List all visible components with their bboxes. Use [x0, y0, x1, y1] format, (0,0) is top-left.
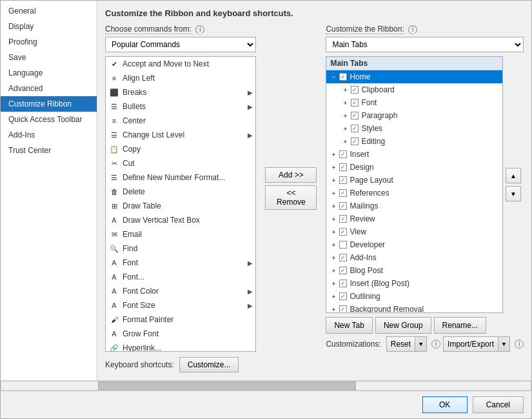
sidebar-item-trust-center[interactable]: Trust Center [1, 143, 97, 158]
sidebar-item-general[interactable]: General [1, 3, 97, 19]
checkbox-insert-blog[interactable] [339, 280, 347, 287]
list-item[interactable]: ☰ Define New Number Format... [106, 170, 255, 185]
sidebar-item-advanced[interactable]: Advanced [1, 81, 97, 96]
checkbox-editing[interactable] [351, 138, 359, 145]
expand-view-icon: + [329, 227, 338, 236]
checkbox-page-layout[interactable] [339, 176, 347, 184]
sidebar-item-quick-access[interactable]: Quick Access Toolbar [1, 112, 97, 127]
ok-button[interactable]: OK [422, 396, 468, 413]
commands-dropdown[interactable]: Popular Commands [105, 37, 256, 52]
checkbox-view[interactable] [339, 228, 347, 236]
new-group-button[interactable]: New Group [375, 317, 431, 334]
customize-ribbon-label: Customize the Ribbon: i [326, 25, 524, 34]
checkbox-review[interactable] [339, 215, 347, 223]
checkbox-developer[interactable] [339, 241, 347, 249]
tree-item-references[interactable]: + References [326, 187, 502, 199]
tree-item-blog-post[interactable]: + Blog Post [326, 264, 502, 277]
list-item[interactable]: A Draw Vertical Text Box [106, 213, 255, 227]
move-up-button[interactable]: ▲ [506, 168, 521, 183]
tree-item-font[interactable]: + Font [326, 96, 502, 109]
tree-item-review[interactable]: + Review [326, 212, 502, 225]
add-button[interactable]: Add >> [265, 167, 317, 183]
checkbox-paragraph[interactable] [351, 112, 359, 119]
list-item[interactable]: A Font ▶ [106, 256, 255, 270]
list-item[interactable]: ☰ Bullets ▶ [106, 99, 255, 114]
move-down-button[interactable]: ▼ [506, 186, 521, 201]
checkbox-font[interactable] [351, 99, 359, 107]
new-tab-button[interactable]: New Tab [326, 317, 372, 334]
grow-font-icon: A [108, 328, 120, 340]
bottom-scrollbar[interactable] [1, 380, 531, 391]
sidebar-item-save[interactable]: Save [1, 50, 97, 65]
checkbox-addins[interactable] [339, 254, 347, 261]
tree-item-design[interactable]: + Design [326, 161, 502, 174]
checkbox-outlining[interactable] [339, 292, 347, 300]
list-item[interactable]: A Font Color ▶ [106, 284, 255, 298]
reset-dropdown[interactable]: Reset ▼ [386, 336, 427, 352]
draw-table-icon: ⊞ [108, 200, 120, 212]
checkbox-blog-post[interactable] [339, 267, 347, 274]
tree-item-paragraph[interactable]: + Paragraph [326, 109, 502, 122]
horizontal-scroll-thumb[interactable] [98, 382, 356, 390]
tree-item-developer[interactable]: + Developer [326, 238, 502, 251]
rename-button[interactable]: Rename... [434, 317, 486, 334]
tree-item-styles[interactable]: + Styles [326, 122, 502, 135]
customize-shortcuts-button[interactable]: Customize... [179, 357, 239, 373]
remove-button[interactable]: << Remove [265, 185, 317, 210]
list-item[interactable]: ⊞ Draw Table [106, 199, 255, 213]
list-item[interactable]: ✂ Cut [106, 156, 255, 170]
tree-item-background-removal[interactable]: + Background Removal [326, 303, 502, 312]
horizontal-scroll-track[interactable] [1, 381, 531, 391]
sidebar-item-proofing[interactable]: Proofing [1, 34, 97, 50]
list-item[interactable]: 🔗 Hyperlink... [106, 341, 255, 351]
sidebar-item-customize-ribbon[interactable]: Customize Ribbon [1, 96, 97, 112]
list-item[interactable]: 🗑 Delete [106, 185, 255, 199]
list-item[interactable]: 📋 Copy [106, 142, 255, 156]
reset-arrow-icon[interactable]: ▼ [415, 337, 426, 351]
breaks-icon: ⬛ [108, 87, 120, 98]
list-item[interactable]: ≡ Center [106, 114, 255, 128]
tree-item-outlining[interactable]: + Outlining [326, 290, 502, 303]
checkbox-mailings[interactable] [339, 202, 347, 210]
tree-item-home[interactable]: − Home [326, 70, 502, 83]
checkbox-design[interactable] [339, 163, 347, 171]
ribbon-tree[interactable]: Main Tabs − Home + Cli [326, 57, 502, 312]
sidebar-item-language[interactable]: Language [1, 65, 97, 81]
ribbon-dropdown[interactable]: Main Tabs [326, 37, 524, 52]
list-item[interactable]: ✔ Accept and Move to Next [106, 57, 255, 71]
tree-item-page-layout[interactable]: + Page Layout [326, 174, 502, 187]
list-item[interactable]: A Font... [106, 270, 255, 284]
list-item[interactable]: ☰ Change List Level ▶ [106, 128, 255, 142]
breaks-arrow: ▶ [248, 89, 253, 96]
tree-item-view[interactable]: + View [326, 225, 502, 238]
list-item[interactable]: A Font Size ▶ [106, 298, 255, 312]
import-export-info-icon[interactable]: i [515, 340, 524, 349]
checkbox-home[interactable] [339, 73, 347, 81]
tree-item-editing[interactable]: + Editing [326, 135, 502, 148]
list-item[interactable]: 🖌 Format Painter [106, 312, 255, 327]
tree-item-insert-blog-post[interactable]: + Insert (Blog Post) [326, 277, 502, 290]
list-item[interactable]: ⬛ Breaks ▶ [106, 85, 255, 99]
customize-ribbon-info-icon[interactable]: i [408, 25, 417, 34]
checkbox-clipboard[interactable] [351, 86, 359, 94]
list-item[interactable]: ✉ Email [106, 227, 255, 241]
import-export-dropdown[interactable]: Import/Export ▼ [443, 336, 510, 352]
import-export-arrow-icon[interactable]: ▼ [498, 337, 509, 351]
tree-item-clipboard[interactable]: + Clipboard [326, 83, 502, 96]
checkbox-bg-removal[interactable] [339, 305, 347, 312]
reset-info-icon[interactable]: i [431, 340, 440, 349]
tree-item-addins[interactable]: + Add-Ins [326, 251, 502, 264]
sidebar-item-display[interactable]: Display [1, 19, 97, 34]
checkbox-references[interactable] [339, 189, 347, 197]
checkbox-styles[interactable] [351, 125, 359, 132]
list-item[interactable]: A Grow Font [106, 327, 255, 341]
list-item[interactable]: 🔍 Find [106, 241, 255, 256]
commands-from-info-icon[interactable]: i [195, 25, 204, 34]
commands-list[interactable]: ✔ Accept and Move to Next ≡ Align Left ⬛… [106, 57, 255, 351]
checkbox-insert[interactable] [339, 150, 347, 158]
sidebar-item-addins[interactable]: Add-Ins [1, 127, 97, 143]
tree-item-insert[interactable]: + Insert [326, 148, 502, 161]
cancel-button[interactable]: Cancel [473, 396, 524, 413]
list-item[interactable]: ≡ Align Left [106, 71, 255, 85]
tree-item-mailings[interactable]: + Mailings [326, 199, 502, 212]
